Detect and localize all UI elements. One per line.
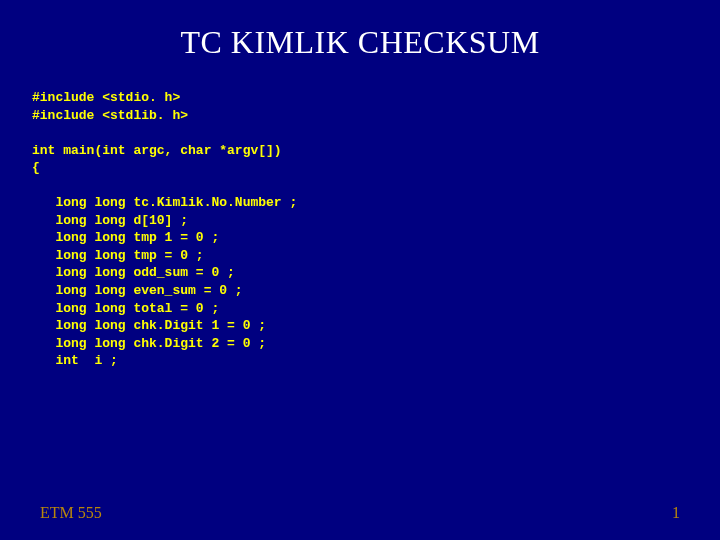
code-block: #include <stdio. h> #include <stdlib. h>… [32,89,720,370]
footer-course: ETM 555 [40,504,102,522]
footer-page-number: 1 [672,504,680,522]
slide-title: TC KIMLIK CHECKSUM [0,24,720,61]
